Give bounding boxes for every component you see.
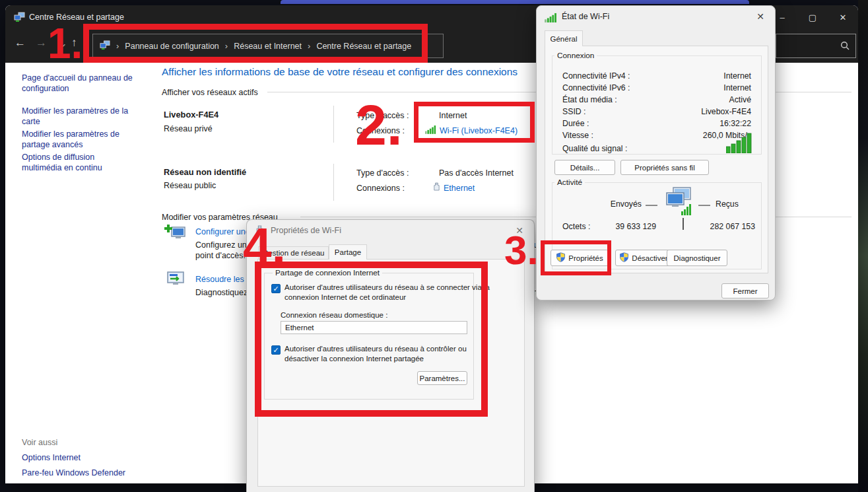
status-row: Vitesse : 260,0 Mbits/s [562,131,751,140]
details-button[interactable]: Détails... [554,160,615,175]
row-divider [333,106,334,143]
general-tab-page: Connexion Connectivité IPv4 : Internet C… [545,46,768,273]
tab-general[interactable]: Général [545,30,583,46]
close-dialog-button[interactable]: Fermer [721,283,769,299]
dash-line [698,205,710,206]
close-button[interactable]: ✕ [828,5,858,29]
diagnose-button[interactable]: Diagnostiquer [667,250,727,266]
troubleshoot-icon [164,271,187,292]
status-row: Connectivité IPv4 : Internet [562,71,751,81]
computers-activity-icon [661,186,694,219]
row-label: Connectivité IPv6 : [562,83,630,92]
sidebar-item-defender-firewall[interactable]: Pare-feu Windows Defender [22,468,154,478]
active-networks-label: Afficher vos réseaux actifs [162,88,258,97]
desktop-wallpaper-strip [858,0,868,492]
network-profile: Réseau privé [164,124,213,133]
sidebar-item-sharing-settings[interactable]: Modifier les paramètres de partage avanc… [22,129,135,150]
row-divider [333,164,334,201]
annotation-number-4: 4. [243,221,286,272]
status-row: État du média : Activé [562,95,751,104]
ethernet-connection-link[interactable]: Ethernet [444,184,475,193]
maximize-button[interactable]: ▢ [797,5,828,29]
network-name: Livebox-F4E4 [164,110,218,120]
activity-group-label: Activité [554,178,585,187]
row-value: Activé [729,95,752,104]
status-row: SSID : Livebox-F4E4 [562,107,751,116]
search-box [776,34,856,58]
row-value: 16:32:22 [719,119,751,128]
connection-group-label: Connexion [554,51,597,60]
back-arrow-icon[interactable]: ← [15,36,26,50]
ethernet-connection-link-row: Ethernet [433,182,475,194]
received-label: Reçus [716,199,739,209]
background-window-edge [281,0,749,4]
sidebar-item-adapter-settings[interactable]: Modifier les paramètres de la carte [22,106,135,127]
access-type-label: Type d'accès : [356,168,409,178]
wifi-signal-icon [545,13,557,25]
row-label: Durée : [562,119,589,128]
access-type-value: Pas d'accès Internet [439,168,514,178]
task-new-connection-desc: point d'accès. [195,251,246,260]
annotation-box-2 [414,102,535,143]
ethernet-plug-icon [433,182,440,194]
search-icon [840,40,850,53]
disable-button-label: Désactiver [632,254,667,262]
connections-label: Connexions : [356,184,405,193]
annotation-number-1: 1. [48,22,83,65]
network-profile: Réseau public [164,181,216,190]
status-row: Durée : 16:32:22 [562,119,751,128]
sidebar-item-media-streaming[interactable]: Options de diffusion multimédia en conti… [22,152,135,173]
disable-button[interactable]: Désactiver [615,250,672,266]
desktop: MHz CAC 2B Centre Réseau et partage – ▢ … [0,0,868,492]
separator [683,218,684,230]
received-bytes-value: 282 067 153 [694,222,755,231]
sent-label: Envoyés [576,199,642,209]
annotation-number-3: 3. [504,230,539,271]
annotation-number-2: 2. [355,96,403,153]
network-name: Réseau non identifié [164,167,246,177]
close-icon[interactable]: ✕ [754,11,767,22]
search-input[interactable] [779,37,837,55]
row-label: Vitesse : [562,131,593,140]
window-controls: – ▢ ✕ [767,5,858,29]
forward-arrow-icon[interactable]: → [36,36,47,50]
sidebar-item-internet-options[interactable]: Options Internet [22,452,135,463]
network-icon [14,12,25,25]
annotation-box-1 [83,24,428,63]
dash-line [646,205,657,206]
signal-quality-icon [726,132,752,156]
row-value: Internet [723,83,751,92]
tab-sharing[interactable]: Partage [329,244,367,260]
sent-bytes-value: 39 633 129 [585,222,656,231]
row-label: SSID : [562,107,586,116]
page-title: Afficher les informations de base de vot… [162,66,517,78]
row-label: Connectivité IPv4 : [562,71,630,81]
signal-quality-label: Qualité du signal : [562,144,627,153]
sidebar-item-home[interactable]: Page d'accueil du panneau de configurati… [22,73,135,94]
annotation-box-3 [541,240,611,275]
row-value: Internet [723,71,751,81]
status-row: Connectivité IPv6 : Internet [562,83,751,92]
signal-quality-row: Qualité du signal : [562,144,751,153]
dialog-title: État de Wi-Fi [562,12,609,21]
row-value: Livebox-F4E4 [701,107,751,116]
new-connection-icon [164,223,187,246]
row-label: État du média : [562,95,617,104]
wireless-properties-button[interactable]: Propriétés sans fil [620,160,709,175]
see-also-label: Voir aussi [22,437,135,448]
uac-shield-icon [619,252,629,264]
annotation-box-4 [255,262,488,417]
